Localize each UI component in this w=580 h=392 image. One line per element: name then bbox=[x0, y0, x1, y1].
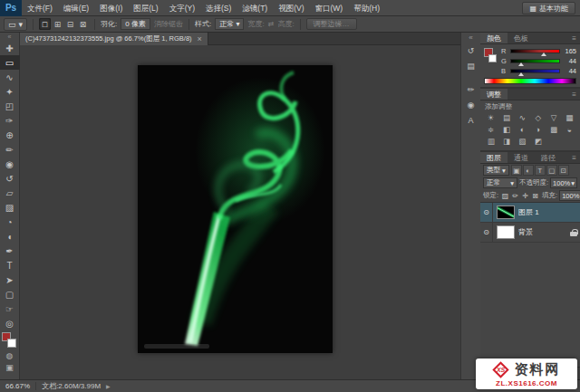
lasso-tool[interactable]: ∿ bbox=[0, 70, 20, 84]
canvas-pasteboard[interactable] bbox=[20, 45, 460, 379]
slider-thumb[interactable] bbox=[518, 72, 524, 76]
dodge-tool[interactable]: ◖ bbox=[0, 229, 20, 244]
blue-value[interactable]: 44 bbox=[563, 67, 576, 75]
panel-menu-icon[interactable]: ≡ bbox=[568, 152, 580, 163]
intersect-selection-icon[interactable]: ⊠ bbox=[77, 18, 89, 30]
zoom-tool[interactable]: ◎ bbox=[0, 316, 20, 330]
slider-thumb[interactable] bbox=[541, 53, 546, 56]
antialias-checkbox[interactable]: 消除锯齿 bbox=[154, 19, 183, 29]
menu-item[interactable]: 编辑(E) bbox=[58, 0, 94, 16]
red-value[interactable]: 165 bbox=[563, 47, 576, 55]
blur-tool[interactable]: ◔ bbox=[0, 215, 20, 229]
visibility-eye-icon[interactable]: ⊙ bbox=[480, 223, 493, 242]
quick-mask-icon[interactable]: ◍ bbox=[0, 349, 20, 361]
hand-tool[interactable]: ☞ bbox=[0, 301, 20, 316]
path-selection-tool[interactable]: ➤ bbox=[0, 272, 20, 287]
collapse-toolbar-icon[interactable]: « bbox=[0, 33, 19, 41]
brush-panel-icon[interactable]: ✏ bbox=[464, 82, 478, 96]
filter-smart-objects-icon[interactable]: ⊡ bbox=[558, 165, 569, 176]
filter-shape-layers-icon[interactable]: ▢ bbox=[546, 165, 557, 176]
color-spectrum-ramp[interactable] bbox=[484, 78, 576, 84]
refine-edge-button[interactable]: 调整边缘… bbox=[306, 18, 357, 30]
new-selection-icon[interactable]: □ bbox=[39, 18, 51, 30]
gradient-tool[interactable]: ▨ bbox=[0, 200, 20, 215]
green-slider[interactable] bbox=[510, 59, 560, 63]
menu-item[interactable]: 视图(V) bbox=[273, 0, 309, 16]
lock-transparent-pixels-icon[interactable]: ▨ bbox=[500, 190, 510, 201]
filter-pixel-layers-icon[interactable]: ▣ bbox=[511, 165, 522, 176]
layer-name[interactable]: 背景 bbox=[518, 227, 570, 237]
screen-mode-icon[interactable]: ▣ bbox=[0, 361, 20, 373]
history-brush-tool[interactable]: ↺ bbox=[0, 171, 20, 186]
blue-slider[interactable] bbox=[510, 69, 560, 73]
feather-input[interactable]: 0 像素 bbox=[121, 18, 150, 30]
quick-selection-tool[interactable]: ✦ bbox=[0, 84, 20, 99]
eraser-tool[interactable]: ▱ bbox=[0, 186, 20, 200]
eyedropper-tool[interactable]: ✑ bbox=[0, 113, 20, 128]
subtract-from-selection-icon[interactable]: ⊟ bbox=[64, 18, 76, 30]
shape-tool[interactable]: ▢ bbox=[0, 287, 20, 301]
swap-dimensions-icon[interactable]: ⇄ bbox=[268, 20, 275, 28]
pen-tool[interactable]: ✒ bbox=[0, 244, 20, 258]
threshold-icon[interactable]: ◨ bbox=[498, 136, 514, 147]
color-balance-icon[interactable]: ≑ bbox=[483, 124, 498, 135]
panel-menu-icon[interactable]: ≡ bbox=[568, 89, 580, 100]
character-panel-icon[interactable]: A bbox=[464, 113, 478, 127]
add-to-selection-icon[interactable]: ⊞ bbox=[52, 18, 63, 30]
type-tool[interactable]: T bbox=[0, 258, 20, 272]
filter-adjustment-layers-icon[interactable]: ◐ bbox=[523, 165, 534, 176]
layer-name[interactable]: 图层 1 bbox=[518, 207, 577, 217]
menu-item[interactable]: 文字(Y) bbox=[164, 0, 200, 16]
menu-item[interactable]: 窗口(W) bbox=[310, 0, 349, 16]
menu-item[interactable]: 文件(F) bbox=[22, 0, 58, 16]
panel-menu-icon[interactable]: ≡ bbox=[568, 33, 580, 43]
red-slider[interactable] bbox=[510, 49, 560, 53]
healing-brush-tool[interactable]: ⊕ bbox=[0, 128, 20, 142]
status-options-arrow-icon[interactable]: ▶ bbox=[106, 383, 111, 389]
panel-tab[interactable]: 色板 bbox=[508, 33, 535, 43]
menu-item[interactable]: 图像(I) bbox=[94, 0, 128, 16]
brush-tool[interactable]: ✏ bbox=[0, 142, 20, 157]
posterize-icon[interactable]: ▥ bbox=[483, 136, 498, 147]
workspace-switcher[interactable]: ▦ 基本功能 bbox=[522, 2, 575, 14]
panel-tab[interactable]: 通道 bbox=[508, 152, 535, 163]
clone-stamp-tool[interactable]: ◉ bbox=[0, 157, 20, 171]
layer-filter-select[interactable]: 类型 ▾ bbox=[483, 165, 509, 176]
menu-item[interactable]: 滤镜(T) bbox=[237, 0, 273, 16]
opacity-input[interactable]: 100% ▾ bbox=[550, 177, 577, 188]
background-color-swatch[interactable] bbox=[7, 339, 16, 348]
zoom-level-field[interactable]: 66.67% bbox=[5, 382, 36, 390]
expand-panels-icon[interactable]: « bbox=[461, 33, 480, 43]
slider-thumb[interactable] bbox=[518, 62, 524, 66]
layer-row-layer-1[interactable]: ⊙ 图层 1 bbox=[480, 203, 580, 223]
visibility-eye-icon[interactable]: ⊙ bbox=[480, 203, 493, 222]
channel-mixer-icon[interactable]: ◑ bbox=[530, 124, 546, 135]
move-tool[interactable]: ✚ bbox=[0, 41, 20, 55]
layer-thumbnail[interactable] bbox=[497, 206, 515, 219]
document-tab[interactable]: (C)473731242132373555.jpg @ 66.7%(图层 1, … bbox=[20, 33, 208, 45]
document-size-info[interactable]: 文档:2.60M/3.99M bbox=[42, 381, 101, 391]
document-canvas-image[interactable] bbox=[138, 65, 333, 353]
menu-item[interactable]: 选择(S) bbox=[200, 0, 237, 16]
clone-source-panel-icon[interactable]: ◉ bbox=[464, 98, 478, 111]
curves-icon[interactable]: ∿ bbox=[515, 112, 530, 123]
panel-tab[interactable]: 图层 bbox=[480, 152, 508, 163]
style-select[interactable]: 正常 ▾ bbox=[215, 18, 244, 30]
hue-saturation-icon[interactable]: ▦ bbox=[562, 112, 577, 123]
vibrance-icon[interactable]: ▽ bbox=[546, 112, 561, 123]
invert-icon[interactable]: ◒ bbox=[562, 124, 577, 135]
photo-filter-icon[interactable]: ◐ bbox=[515, 124, 530, 135]
history-panel-icon[interactable]: ↺ bbox=[464, 43, 478, 57]
photoshop-logo-icon[interactable]: Ps bbox=[0, 0, 22, 16]
panel-tab[interactable]: 路径 bbox=[535, 152, 562, 163]
layer-row-background[interactable]: ⊙ 背景 bbox=[480, 223, 580, 243]
lock-position-icon[interactable]: ✛ bbox=[520, 190, 530, 201]
tool-preset-picker[interactable]: ▭ ▾ bbox=[4, 18, 27, 31]
levels-icon[interactable]: ▤ bbox=[498, 112, 514, 123]
gradient-map-icon[interactable]: ▧ bbox=[515, 136, 530, 147]
layer-thumbnail[interactable] bbox=[497, 225, 515, 239]
background-color-swatch[interactable] bbox=[488, 54, 497, 62]
info-panel-icon[interactable]: ▤ bbox=[464, 59, 478, 72]
panel-tab[interactable]: 颜色 bbox=[480, 33, 508, 43]
selective-color-icon[interactable]: ◩ bbox=[530, 136, 546, 147]
